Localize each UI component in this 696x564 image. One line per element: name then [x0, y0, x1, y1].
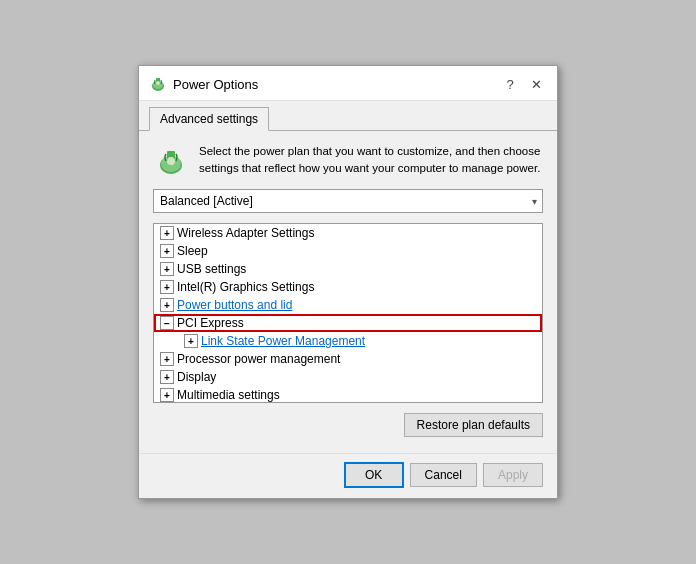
tree-label-link-state: Link State Power Management — [201, 334, 365, 348]
dialog-title: Power Options — [173, 77, 258, 92]
tree-item-sleep[interactable]: + Sleep — [154, 242, 542, 260]
tree-item-display[interactable]: + Display — [154, 368, 542, 386]
expand-icon-wireless[interactable]: + — [160, 226, 174, 240]
expand-icon-link-state[interactable]: + — [184, 334, 198, 348]
tree-label-sleep: Sleep — [177, 244, 208, 258]
expand-icon-processor[interactable]: + — [160, 352, 174, 366]
tree-label-processor: Processor power management — [177, 352, 340, 366]
expand-icon-intel[interactable]: + — [160, 280, 174, 294]
ok-button[interactable]: OK — [344, 462, 404, 488]
svg-point-3 — [156, 81, 160, 85]
plan-dropdown-wrapper: Balanced [Active] ▾ — [153, 189, 543, 213]
tab-bar: Advanced settings — [139, 101, 557, 131]
expand-icon-power-buttons[interactable]: + — [160, 298, 174, 312]
expand-icon-multimedia[interactable]: + — [160, 388, 174, 402]
tree-label-multimedia: Multimedia settings — [177, 388, 280, 402]
tree-item-power-buttons[interactable]: + Power buttons and lid — [154, 296, 542, 314]
tree-item-intel[interactable]: + Intel(R) Graphics Settings — [154, 278, 542, 296]
tree-item-pci-express[interactable]: − PCI Express — [154, 314, 542, 332]
expand-icon-sleep[interactable]: + — [160, 244, 174, 258]
title-bar: Power Options ? ✕ — [139, 66, 557, 101]
content-area: Select the power plan that you want to c… — [139, 131, 557, 453]
help-button[interactable]: ? — [499, 74, 521, 94]
expand-icon-display[interactable]: + — [160, 370, 174, 384]
restore-plan-defaults-button[interactable]: Restore plan defaults — [404, 413, 543, 437]
close-button[interactable]: ✕ — [525, 74, 547, 94]
restore-row: Restore plan defaults — [153, 413, 543, 437]
power-options-icon — [149, 75, 167, 93]
tree-label-display: Display — [177, 370, 216, 384]
power-options-dialog: Power Options ? ✕ Advanced settings — [138, 65, 558, 499]
button-bar: OK Cancel Apply — [139, 453, 557, 498]
description-text: Select the power plan that you want to c… — [199, 143, 543, 178]
title-bar-left: Power Options — [149, 75, 258, 93]
plan-dropdown[interactable]: Balanced [Active] — [153, 189, 543, 213]
tree-item-multimedia[interactable]: + Multimedia settings — [154, 386, 542, 403]
battery-icon-wrap — [153, 143, 189, 179]
tree-label-pci-express: PCI Express — [177, 316, 244, 330]
battery-icon — [153, 143, 189, 179]
tree-item-processor[interactable]: + Processor power management — [154, 350, 542, 368]
cancel-button[interactable]: Cancel — [410, 463, 477, 487]
expand-icon-usb[interactable]: + — [160, 262, 174, 276]
title-bar-controls: ? ✕ — [499, 74, 547, 94]
tree-label-usb: USB settings — [177, 262, 246, 276]
tree-label-wireless: Wireless Adapter Settings — [177, 226, 314, 240]
tree-label-intel: Intel(R) Graphics Settings — [177, 280, 314, 294]
tab-advanced-settings[interactable]: Advanced settings — [149, 107, 269, 131]
expand-icon-pci-express[interactable]: − — [160, 316, 174, 330]
description-row: Select the power plan that you want to c… — [153, 143, 543, 179]
tree-item-link-state[interactable]: + Link State Power Management — [154, 332, 542, 350]
tree-item-wireless[interactable]: + Wireless Adapter Settings — [154, 224, 542, 242]
settings-tree-panel[interactable]: + Wireless Adapter Settings + Sleep + US… — [153, 223, 543, 403]
tree-item-usb[interactable]: + USB settings — [154, 260, 542, 278]
tree-label-power-buttons: Power buttons and lid — [177, 298, 292, 312]
apply-button[interactable]: Apply — [483, 463, 543, 487]
dropdown-row: Balanced [Active] ▾ — [153, 189, 543, 213]
